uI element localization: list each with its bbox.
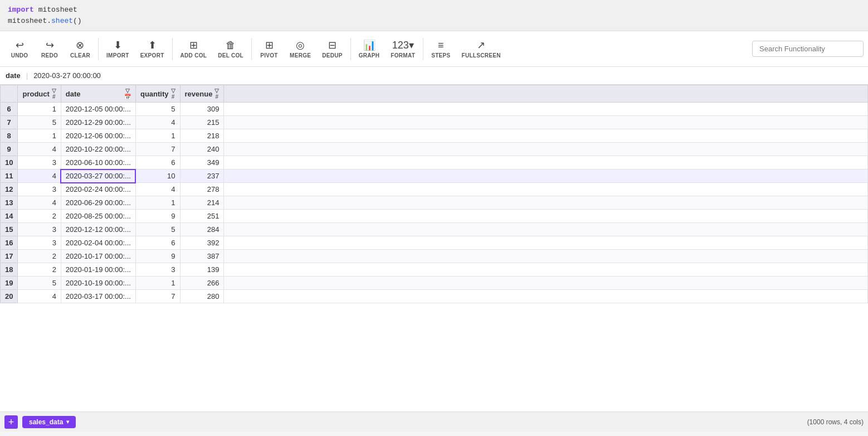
- table-row[interactable]: 1532020-12-12 00:00:...5284: [1, 223, 868, 236]
- cell-revenue[interactable]: 392: [180, 236, 224, 250]
- table-row[interactable]: 942020-10-22 00:00:...7240: [1, 143, 868, 156]
- table-row[interactable]: 1422020-08-25 00:00:...9251: [1, 210, 868, 223]
- cell-product[interactable]: 5: [18, 116, 61, 129]
- col-header-quantity[interactable]: quantity ▽ #: [135, 85, 180, 103]
- cell-quantity[interactable]: 7: [135, 143, 180, 156]
- cell-product[interactable]: 1: [18, 103, 61, 116]
- sheet-tab-sales-data[interactable]: sales_data ▾: [22, 416, 76, 428]
- cell-product[interactable]: 4: [18, 143, 61, 156]
- cell-date[interactable]: 2020-12-29 00:00:...: [61, 116, 135, 129]
- cell-revenue[interactable]: 218: [180, 129, 224, 143]
- cell-revenue[interactable]: 214: [180, 196, 224, 210]
- search-input[interactable]: [752, 41, 864, 57]
- table-row[interactable]: 2042020-03-17 00:00:...7280: [1, 290, 868, 303]
- cell-product[interactable]: 3: [18, 223, 61, 236]
- cell-product[interactable]: 2: [18, 210, 61, 223]
- cell-date[interactable]: 2020-02-24 00:00:...: [61, 183, 135, 196]
- cell-product[interactable]: 4: [18, 290, 61, 303]
- undo-label: UNDO: [11, 52, 28, 59]
- cell-quantity[interactable]: 1: [135, 196, 180, 210]
- cell-quantity[interactable]: 1: [135, 277, 180, 290]
- cell-revenue[interactable]: 237: [180, 169, 224, 183]
- cell-date[interactable]: 2020-01-19 00:00:...: [61, 263, 135, 277]
- cell-quantity[interactable]: 5: [135, 223, 180, 236]
- cell-product[interactable]: 3: [18, 183, 61, 196]
- del-col-button[interactable]: 🗑 DEL COL: [212, 33, 249, 65]
- merge-button[interactable]: ◎ MERGE: [284, 33, 316, 65]
- cell-revenue[interactable]: 280: [180, 290, 224, 303]
- cell-product[interactable]: 4: [18, 169, 61, 183]
- undo-button[interactable]: ↩ UNDO: [4, 33, 35, 65]
- graph-button[interactable]: 📊 GRAPH: [353, 33, 386, 65]
- cell-date[interactable]: 2020-12-05 00:00:...: [61, 103, 135, 116]
- clear-button[interactable]: ⊗ CLEAR: [65, 33, 96, 65]
- cell-date[interactable]: 2020-10-17 00:00:...: [61, 250, 135, 263]
- steps-button[interactable]: ≡ STEPS: [426, 33, 456, 65]
- cell-date[interactable]: 2020-10-22 00:00:...: [61, 143, 135, 156]
- cell-quantity[interactable]: 4: [135, 183, 180, 196]
- add-sheet-button[interactable]: +: [4, 415, 18, 429]
- cell-product[interactable]: 5: [18, 277, 61, 290]
- cell-revenue[interactable]: 139: [180, 263, 224, 277]
- merge-icon: ◎: [296, 39, 305, 51]
- table-row[interactable]: 1952020-10-19 00:00:...1266: [1, 277, 868, 290]
- cell-date[interactable]: 2020-12-12 00:00:...: [61, 223, 135, 236]
- cell-date[interactable]: 2020-08-25 00:00:...: [61, 210, 135, 223]
- cell-revenue[interactable]: 387: [180, 250, 224, 263]
- add-col-button[interactable]: ⊞ ADD COL: [175, 33, 213, 65]
- redo-button[interactable]: ↪ REDO: [35, 33, 65, 65]
- fullscreen-button[interactable]: ↗ FULLSCREEN: [456, 33, 506, 65]
- dedup-button[interactable]: ⊟ DEDUP: [316, 33, 348, 65]
- cell-date[interactable]: 2020-12-06 00:00:...: [61, 129, 135, 143]
- table-row[interactable]: 1342020-06-29 00:00:...1214: [1, 196, 868, 210]
- table-row[interactable]: 752020-12-29 00:00:...4215: [1, 116, 868, 129]
- table-row[interactable]: 1822020-01-19 00:00:...3139: [1, 263, 868, 277]
- col-header-product[interactable]: product ▽ #: [18, 85, 61, 103]
- pivot-button[interactable]: ⊞ PIVOT: [254, 33, 284, 65]
- cell-quantity[interactable]: 10: [135, 169, 180, 183]
- row-index: 19: [1, 277, 18, 290]
- cell-revenue[interactable]: 266: [180, 277, 224, 290]
- cell-quantity[interactable]: 9: [135, 250, 180, 263]
- cell-revenue[interactable]: 215: [180, 116, 224, 129]
- col-header-revenue[interactable]: revenue ▽ #: [180, 85, 224, 103]
- table-row[interactable]: 612020-12-05 00:00:...5309: [1, 103, 868, 116]
- format-button[interactable]: 123▾ FORMAT: [385, 33, 421, 65]
- cell-date[interactable]: 2020-03-27 00:00:...: [61, 169, 135, 183]
- cell-quantity[interactable]: 9: [135, 210, 180, 223]
- cell-quantity[interactable]: 1: [135, 129, 180, 143]
- table-row[interactable]: 1722020-10-17 00:00:...9387: [1, 250, 868, 263]
- cell-quantity[interactable]: 6: [135, 156, 180, 169]
- cell-revenue[interactable]: 251: [180, 210, 224, 223]
- cell-revenue[interactable]: 309: [180, 103, 224, 116]
- cell-product[interactable]: 3: [18, 236, 61, 250]
- table-row[interactable]: 812020-12-06 00:00:...1218: [1, 129, 868, 143]
- table-row[interactable]: 1142020-03-27 00:00:...10237: [1, 169, 868, 183]
- export-button[interactable]: ⬆ EXPORT: [135, 33, 170, 65]
- cell-revenue[interactable]: 240: [180, 143, 224, 156]
- import-button[interactable]: ⬇ IMPORT: [101, 33, 135, 65]
- table-row[interactable]: 1032020-06-10 00:00:...6349: [1, 156, 868, 169]
- cell-product[interactable]: 2: [18, 263, 61, 277]
- cell-date[interactable]: 2020-10-19 00:00:...: [61, 277, 135, 290]
- cell-product[interactable]: 4: [18, 196, 61, 210]
- cell-quantity[interactable]: 3: [135, 263, 180, 277]
- cell-product[interactable]: 2: [18, 250, 61, 263]
- cell-date[interactable]: 2020-06-29 00:00:...: [61, 196, 135, 210]
- col-header-date[interactable]: date ▽ 📅: [61, 85, 135, 103]
- table-row[interactable]: 1232020-02-24 00:00:...4278: [1, 183, 868, 196]
- cell-product[interactable]: 1: [18, 129, 61, 143]
- cell-revenue[interactable]: 278: [180, 183, 224, 196]
- cell-quantity[interactable]: 5: [135, 103, 180, 116]
- cell-quantity[interactable]: 6: [135, 236, 180, 250]
- cell-date[interactable]: 2020-06-10 00:00:...: [61, 156, 135, 169]
- cell-revenue[interactable]: 349: [180, 156, 224, 169]
- cell-quantity[interactable]: 7: [135, 290, 180, 303]
- cell-date[interactable]: 2020-03-17 00:00:...: [61, 290, 135, 303]
- cell-date[interactable]: 2020-02-04 00:00:...: [61, 236, 135, 250]
- spreadsheet[interactable]: product ▽ # date ▽ 📅: [0, 85, 868, 411]
- cell-revenue[interactable]: 284: [180, 223, 224, 236]
- cell-quantity[interactable]: 4: [135, 116, 180, 129]
- table-row[interactable]: 1632020-02-04 00:00:...6392: [1, 236, 868, 250]
- cell-product[interactable]: 3: [18, 156, 61, 169]
